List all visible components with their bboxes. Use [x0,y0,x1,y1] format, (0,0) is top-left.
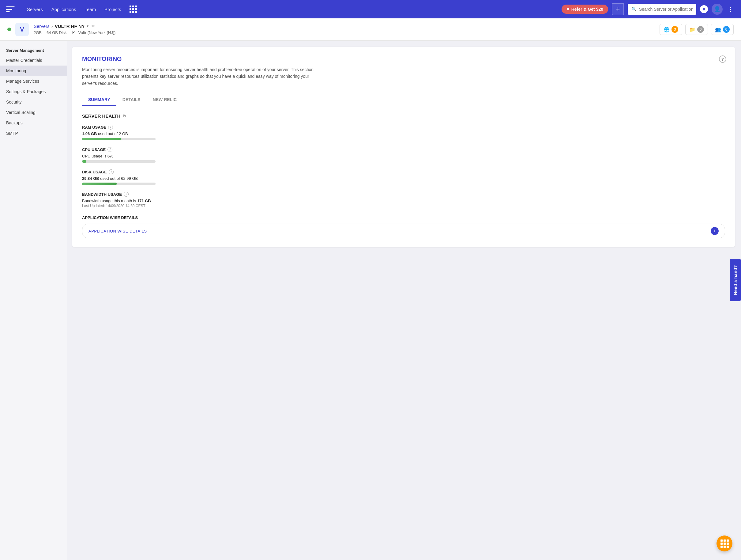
breadcrumb: Servers › VULTR HF NY ▾ ✏ [34,23,660,29]
monitoring-tabs: SUMMARY DETAILS NEW RELIC [82,94,725,106]
sidebar-item-vertical-scaling[interactable]: Vertical Scaling [0,107,67,118]
search-icon: 🔍 [631,7,636,12]
server-info: Servers › VULTR HF NY ▾ ✏ 2GB 64 GB Disk… [34,23,660,36]
users-badge[interactable]: 👥 0 [711,24,734,35]
disk-bar-fill [82,183,117,185]
expand-plus-icon: + [711,227,719,235]
topnav: Servers Applications Team Projects ♥ Ref… [0,0,741,18]
refresh-icon[interactable]: ↻ [123,114,127,119]
server-ram: 2GB [34,30,42,35]
sidebar-section-title: Server Management [0,46,67,55]
fab-grid-icon [721,540,729,548]
cpu-bar-fill [82,160,86,163]
disk-value: 29.84 GB used out of 62.99 GB [82,176,725,181]
nav-servers[interactable]: Servers [27,7,43,12]
search-box: 🔍 [628,4,696,15]
flag-icon: 🏳 [72,30,77,36]
sidebar-item-smtp[interactable]: SMTP [0,128,67,138]
cpu-value: CPU usage is 6% [82,154,725,159]
tab-details[interactable]: DETAILS [116,94,147,106]
logo[interactable] [6,5,19,14]
bandwidth-section: BANDWIDTH USAGE i Bandwidth usage this m… [82,192,725,208]
bandwidth-label: BANDWIDTH USAGE i [82,192,725,197]
ram-usage-item: RAM USAGE i 1.06 GB used out of 2 GB [82,125,725,140]
breadcrumb-separator: › [52,23,53,29]
add-server-button[interactable]: + [612,3,624,15]
www-icon: 🌐 [664,27,670,33]
monitoring-title: MONITORING [82,55,725,62]
files-badge[interactable]: 📁 0 [685,24,708,35]
disk-info-icon[interactable]: i [109,170,114,174]
server-badges: 🌐 3 📁 0 👥 0 [660,24,734,35]
nav-applications[interactable]: Applications [52,7,76,12]
cpu-usage-item: CPU USAGE i CPU usage is 6% [82,147,725,163]
users-icon: 👥 [715,27,721,33]
sidebar-item-master-credentials[interactable]: Master Credentials [0,55,67,66]
bandwidth-info-icon[interactable]: i [124,192,129,197]
tab-summary[interactable]: SUMMARY [82,94,116,106]
tab-new-relic[interactable]: NEW RELIC [147,94,183,106]
refer-button[interactable]: ♥ Refer & Get $20 [561,5,608,14]
ram-value: 1.06 GB used out of 2 GB [82,131,725,136]
more-options-button[interactable]: ⋮ [726,4,735,14]
nav-projects[interactable]: Projects [105,7,121,12]
disk-label: DISK USAGE i [82,170,725,174]
server-ip-flag: 🏳 Vultr (New York (NJ)) [72,30,116,36]
breadcrumb-servers-link[interactable]: Servers [34,23,50,29]
ram-bar-fill [82,138,121,140]
fab-button[interactable] [717,536,732,551]
topnav-right: ♥ Refer & Get $20 + 🔍 0 👤 ⋮ [561,3,735,15]
search-input[interactable] [639,7,693,12]
files-icon: 📁 [689,27,695,33]
www-badge[interactable]: 🌐 3 [660,24,682,35]
server-edit-icon[interactable]: ✏ [91,23,95,28]
files-count: 0 [697,26,704,33]
disk-usage-item: DISK USAGE i 29.84 GB used out of 62.99 … [82,170,725,185]
disk-bar-bg [82,183,155,185]
www-count: 3 [672,26,678,33]
cpu-bar-bg [82,160,155,163]
server-location: Vultr (New York (NJ)) [78,30,116,35]
user-avatar-button[interactable]: 👤 [712,4,723,15]
sidebar-item-monitoring[interactable]: Monitoring [0,66,67,76]
server-name: VULTR HF NY [55,23,85,29]
sidebar-item-manage-services[interactable]: Manage Services [0,76,67,86]
app-wise-expand-label: APPLICATION WISE DETAILS [88,229,147,234]
app-wise-section: APPLICATION WISE DETAILS APPLICATION WIS… [82,215,725,238]
monitoring-description: Monitoring server resources is important… [82,66,321,87]
sidebar-item-backups[interactable]: Backups [0,118,67,128]
server-health-section: SERVER HEALTH ↻ RAM USAGE i 1.06 GB used… [82,113,725,238]
need-a-hand-button[interactable]: Need a hand? [730,259,741,301]
sidebar: Server Management Master Credentials Mon… [0,41,67,560]
ram-bar-bg [82,138,155,140]
ram-label: RAM USAGE i [82,125,725,130]
grid-apps-icon[interactable] [130,5,137,13]
vultr-logo-text: V [20,26,24,33]
users-count: 0 [723,26,730,33]
bandwidth-value: Bandwidth usage this month is 171 GB [82,198,725,203]
nav-team[interactable]: Team [85,7,96,12]
cpu-label: CPU USAGE i [82,147,725,152]
help-icon[interactable]: ? [719,55,726,63]
content-card: ? MONITORING Monitoring server resources… [72,47,735,247]
sidebar-item-security[interactable]: Security [0,97,67,107]
main-layout: Server Management Master Credentials Mon… [0,41,741,560]
app-wise-title: APPLICATION WISE DETAILS [82,215,725,220]
content-area: ? MONITORING Monitoring server resources… [67,41,741,560]
bandwidth-last-updated: Last Updated: 14/09/2020 14:30 CEST [82,204,725,208]
ram-info-icon[interactable]: i [108,125,113,130]
cpu-info-icon[interactable]: i [108,147,112,152]
server-disk: 64 GB Disk [47,30,67,35]
server-status-dot [7,27,11,31]
topnav-links: Servers Applications Team Projects [27,5,554,13]
server-meta: 2GB 64 GB Disk 🏳 Vultr (New York (NJ)) [34,30,660,36]
notification-badge[interactable]: 0 [700,5,708,13]
server-health-title: SERVER HEALTH ↻ [82,113,725,119]
server-header: V Servers › VULTR HF NY ▾ ✏ 2GB 64 GB Di… [0,18,741,41]
server-dropdown-arrow[interactable]: ▾ [87,24,88,28]
heart-icon: ♥ [566,6,569,12]
sidebar-item-settings-packages[interactable]: Settings & Packages [0,86,67,97]
server-logo: V [15,23,29,36]
app-wise-expand-button[interactable]: APPLICATION WISE DETAILS + [82,224,725,238]
logo-icon [6,5,19,14]
